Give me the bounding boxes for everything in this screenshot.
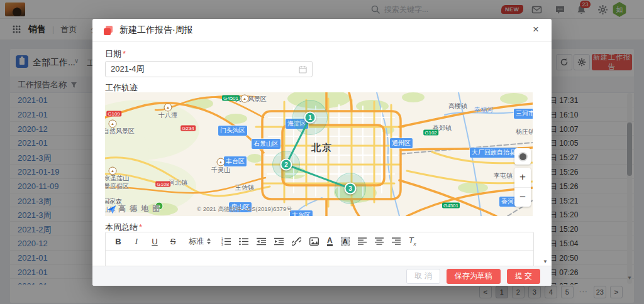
locate-icon [519, 153, 526, 160]
clear-format-button[interactable]: Tx [409, 236, 416, 247]
outdent-icon[interactable] [257, 237, 266, 246]
close-icon[interactable]: × [529, 23, 543, 36]
strikethrough-button[interactable]: S [168, 237, 178, 246]
track-marker-1[interactable]: 1 [304, 112, 316, 124]
image-icon[interactable] [309, 237, 319, 246]
modal-scroll-down-icon[interactable]: ▼ [543, 259, 548, 264]
modal-footer: 取 消 保存为草稿 提 交 [92, 266, 552, 286]
track-marker-3[interactable]: 3 [345, 183, 357, 195]
updown-icon [207, 238, 211, 244]
bullet-list-icon[interactable] [239, 237, 248, 246]
zoom-in-button[interactable]: + [514, 168, 531, 188]
highlight-color-button[interactable]: A [341, 237, 350, 246]
track-marker-2[interactable]: 2 [280, 159, 292, 171]
bold-button[interactable]: B [113, 237, 123, 246]
calendar-icon[interactable] [299, 65, 307, 73]
amap-logo: 高德地图 [107, 204, 164, 214]
zoom-out-button[interactable]: − [514, 188, 531, 207]
italic-button[interactable]: I [131, 236, 142, 246]
modal-title: 新建工作报告·周报 [119, 24, 193, 36]
required-asterisk: * [123, 49, 126, 58]
editor-toolbar: B I U S 标准 123 A A [106, 232, 533, 251]
save-draft-button[interactable]: 保存为草稿 [447, 269, 501, 284]
indent-icon[interactable] [274, 237, 284, 246]
modal-header: 新建工作报告·周报 × [92, 19, 552, 42]
paragraph-style-select[interactable]: 标准 [189, 236, 211, 247]
map-attribution: © 2021 高德软件 - GS(2019)6379号 [197, 205, 292, 214]
work-track-map[interactable]: 北京海淀区门头沟区石景山区通州区丰台区房山区大兴区大厂回族自治县三河市香河县灵溪… [105, 92, 533, 216]
amap-plane-icon [107, 205, 116, 214]
align-center-icon[interactable] [375, 237, 384, 245]
date-label: 日期* [105, 48, 126, 60]
align-right-icon[interactable] [392, 237, 401, 245]
report-icon [104, 26, 113, 35]
text-color-button[interactable]: A [327, 237, 333, 246]
required-asterisk: * [139, 222, 142, 232]
submit-button[interactable]: 提 交 [507, 269, 540, 284]
svg-text:3: 3 [221, 242, 223, 245]
link-icon[interactable] [292, 237, 301, 246]
date-input[interactable]: 2021-4周 [105, 61, 313, 77]
underline-button[interactable]: U [150, 237, 160, 246]
new-report-modal: 新建工作报告·周报 × 日期* 2021-4周 工作轨迹 [92, 19, 552, 286]
align-left-icon[interactable] [358, 237, 367, 245]
ordered-list-icon[interactable]: 123 [221, 237, 231, 246]
date-value: 2021-4周 [111, 63, 144, 75]
locate-control[interactable] [514, 148, 531, 165]
cancel-button[interactable]: 取 消 [406, 269, 440, 284]
map-zoom-control: + − [514, 168, 531, 207]
